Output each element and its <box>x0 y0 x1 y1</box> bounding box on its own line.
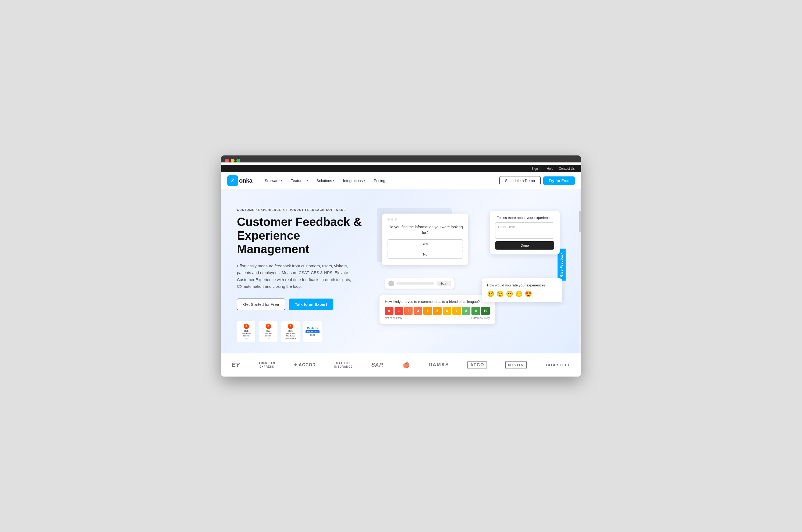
partner-maxlife: MAX LIFEINSURANCE <box>334 361 352 368</box>
hero-description: Effortlessly measure feedback from custo… <box>237 263 355 290</box>
hero-buttons: Get Started for Free Talk to an Expert <box>237 299 366 310</box>
hero-content: CUSTOMER EXPERIENCE & PRODUCT FEEDBACK S… <box>237 206 366 342</box>
avatar <box>388 281 394 286</box>
get-started-button[interactable]: Get Started for Free <box>237 299 285 310</box>
nps-0[interactable]: 0 <box>385 307 394 315</box>
nps-1[interactable]: 1 <box>395 307 403 315</box>
nps-9[interactable]: 9 <box>472 307 480 315</box>
utility-bar: Sign in Help Contact Us <box>221 165 581 172</box>
badge-best-roi: G BestEst. ROISPRING2023 <box>259 321 278 342</box>
emoji-question: How would you rate your experience? <box>487 283 557 287</box>
nps-2[interactable]: 2 <box>404 307 413 315</box>
inbox-tag: Inbox ✕ <box>437 281 451 286</box>
schedule-demo-button[interactable]: Schedule a Demo <box>499 176 540 185</box>
talk-to-expert-button[interactable]: Talk to an Expert <box>289 299 333 310</box>
partner-damas: damas <box>429 362 449 368</box>
chevron-down-icon: ▾ <box>333 179 334 182</box>
emoji-5[interactable]: 😍 <box>525 290 532 298</box>
survey-widget: Did you find the information you were lo… <box>382 213 468 265</box>
nav-actions: Schedule a Demo Try for Free <box>499 176 575 185</box>
nps-8[interactable]: 8 <box>462 307 471 315</box>
hero-title: Customer Feedback & Experience Managemen… <box>237 215 366 256</box>
emoji-4[interactable]: 🙂 <box>515 290 522 298</box>
chevron-down-icon: ▾ <box>281 179 282 182</box>
nav-links: Software ▾ Features ▾ Solutions ▾ Integr… <box>261 176 499 185</box>
partner-tata: TATA STEEL <box>546 363 570 367</box>
nav-integrations[interactable]: Integrations ▾ <box>339 176 369 185</box>
partner-amex: AMERICANEXPRESS <box>259 361 275 368</box>
nav-software[interactable]: Software ▾ <box>261 176 286 185</box>
nps-4[interactable]: 4 <box>423 307 432 315</box>
text-feedback-widget: Tell us more about your experience. Ente… <box>490 211 560 254</box>
nav-solutions[interactable]: Solutions ▾ <box>313 176 338 185</box>
logo-text: onka <box>239 177 252 184</box>
nps-widget: How likely are you to recommend us to a … <box>380 295 495 324</box>
inbox-bar: Inbox ✕ <box>385 278 455 289</box>
nps-label-low: Not at all likely <box>385 317 402 320</box>
hero-illustration: Did you find the information you were lo… <box>377 206 565 324</box>
survey-no-button[interactable]: No <box>387 250 463 259</box>
partner-ey: EY <box>232 361 240 368</box>
logo-icon: Z <box>227 175 238 186</box>
logo[interactable]: Z onka <box>227 175 252 186</box>
nps-5[interactable]: 5 <box>433 307 442 315</box>
dot-2 <box>391 218 393 221</box>
chevron-down-icon: ▾ <box>307 179 308 182</box>
close-button[interactable] <box>225 159 229 163</box>
nav-pricing[interactable]: Pricing <box>370 176 389 185</box>
partner-accor: ✦ ACCOR <box>294 362 316 367</box>
nps-3[interactable]: 3 <box>414 307 422 315</box>
main-navigation: Z onka Software ▾ Features ▾ Solutions ▾… <box>221 172 581 189</box>
award-badges: G HighPerformerSPRING2023 G BestEst. ROI… <box>237 321 366 342</box>
hero-eyebrow: CUSTOMER EXPERIENCE & PRODUCT FEEDBACK S… <box>237 208 366 211</box>
badge-high-performer: G HighPerformerSPRING2023 <box>237 321 256 342</box>
email-preview <box>397 282 434 285</box>
maximize-button[interactable] <box>236 159 240 163</box>
nps-labels: Not at all likely Extremely likely <box>385 317 490 320</box>
try-free-button[interactable]: Try for Free <box>543 176 575 185</box>
help-link[interactable]: Help <box>547 167 553 171</box>
text-feedback-input[interactable]: Enter Here <box>495 223 554 239</box>
nps-label-high: Extremely likely <box>471 317 490 320</box>
chevron-down-icon: ▾ <box>364 179 365 182</box>
nps-question: How likely are you to recommend us to a … <box>385 300 490 304</box>
emoji-3[interactable]: 😐 <box>506 290 513 298</box>
minimize-button[interactable] <box>231 159 234 163</box>
partner-sap: SAP. <box>371 362 384 368</box>
dot-3 <box>395 218 397 221</box>
emoji-options: 😢 😟 😐 🙂 😍 <box>487 290 557 298</box>
browser-dots <box>387 218 463 221</box>
nps-7[interactable]: 7 <box>452 307 461 315</box>
text-feedback-title: Tell us more about your experience. <box>495 216 554 220</box>
scrollbar-thumb[interactable] <box>579 211 581 232</box>
sign-in-link[interactable]: Sign in <box>531 167 541 171</box>
emoji-2[interactable]: 😟 <box>496 290 504 298</box>
partner-apple: 🍎 <box>403 361 410 368</box>
scrollbar[interactable] <box>579 189 581 353</box>
nav-features[interactable]: Features ▾ <box>287 176 312 185</box>
partners-bar: EY AMERICANEXPRESS ✦ ACCOR MAX LIFEINSUR… <box>221 353 581 377</box>
contact-us-link[interactable]: Contact Us <box>559 167 575 171</box>
survey-question: Did you find the information you were lo… <box>387 224 463 235</box>
nps-10[interactable]: 10 <box>481 307 490 315</box>
partner-atco: ATCO <box>467 361 487 368</box>
survey-yes-button[interactable]: Yes <box>387 240 463 248</box>
badge-capterra: Capterra SHORTLIST 2023 <box>303 321 322 342</box>
nps-6[interactable]: 6 <box>443 307 451 315</box>
done-button[interactable]: Done <box>495 241 554 250</box>
emoji-1[interactable]: 😢 <box>487 290 494 298</box>
badge-high-performer-mid: G HighPerformerMid-MarketSPRING 2023 <box>281 321 300 342</box>
emoji-rating-widget: How would you rate your experience? 😢 😟 … <box>482 278 562 302</box>
partner-nikon: NIKON <box>505 361 527 368</box>
dot-1 <box>387 218 390 221</box>
hero-section: CUSTOMER EXPERIENCE & PRODUCT FEEDBACK S… <box>221 189 581 353</box>
nps-numbers: 0 1 2 3 4 5 6 7 8 9 10 <box>385 307 490 315</box>
